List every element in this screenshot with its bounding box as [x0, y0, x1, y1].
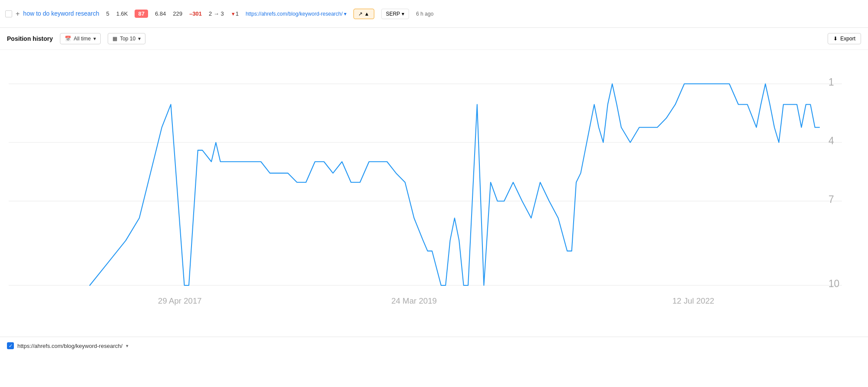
- export-label: Export: [840, 36, 855, 42]
- serp-button[interactable]: SERP ▾: [381, 9, 409, 19]
- metric-traffic: 229: [173, 10, 182, 17]
- chart-container: 1 4 7 10 29 Apr 2017 24 Mar 2019 12 Jul …: [0, 50, 868, 337]
- metric-kd: 87: [135, 10, 148, 18]
- metric-position-change: 2 → 3: [209, 10, 224, 17]
- all-time-chevron-icon: ▾: [93, 36, 96, 42]
- metric-position: 5: [106, 10, 109, 17]
- chart-button[interactable]: ↗ ▲: [353, 9, 374, 19]
- svg-text:29 Apr 2017: 29 Apr 2017: [158, 296, 202, 305]
- serp-chevron-icon: ▾: [402, 11, 404, 17]
- metric-cpc: 6.84: [155, 10, 166, 17]
- metric-volume: 1.6K: [116, 10, 128, 17]
- export-button[interactable]: ⬇ Export: [828, 33, 861, 44]
- svg-text:24 Mar 2019: 24 Mar 2019: [391, 296, 437, 305]
- download-icon: ⬇: [833, 36, 838, 42]
- svg-text:4: 4: [828, 135, 834, 146]
- metric-change: –301: [189, 10, 202, 17]
- down-triangle-icon: ▼: [231, 11, 236, 17]
- top-row-left: + how to do keyword research: [5, 10, 99, 17]
- svg-text:1: 1: [828, 76, 834, 88]
- bottom-row: https://ahrefs.com/blog/keyword-research…: [0, 337, 868, 354]
- all-time-dropdown[interactable]: 📅 All time ▾: [60, 33, 101, 44]
- url-link[interactable]: https://ahrefs.com/blog/keyword-research…: [246, 11, 347, 17]
- svg-text:7: 7: [828, 194, 834, 205]
- url-chevron-icon: ▾: [344, 11, 347, 17]
- top10-chevron-icon: ▾: [138, 36, 141, 42]
- top-row: + how to do keyword research 5 1.6K 87 6…: [0, 0, 868, 28]
- row-checkbox[interactable]: [5, 10, 12, 17]
- keyword-link[interactable]: how to do keyword research: [23, 10, 99, 17]
- top10-dropdown[interactable]: ▦ Top 10 ▾: [108, 33, 145, 44]
- svg-text:10: 10: [828, 278, 839, 289]
- chart-wrapper: 1 4 7 10 29 Apr 2017 24 Mar 2019 12 Jul …: [9, 59, 842, 311]
- serp-label: SERP: [386, 11, 400, 17]
- position-history-title: Position history: [7, 35, 53, 42]
- position-history-chart: 1 4 7 10 29 Apr 2017 24 Mar 2019 12 Jul …: [9, 59, 842, 311]
- url-checkbox[interactable]: [7, 342, 14, 349]
- bottom-url-text: https://ahrefs.com/blog/keyword-research…: [17, 343, 122, 349]
- bottom-url-chevron-icon[interactable]: ▾: [126, 343, 129, 349]
- svg-text:12 Jul 2022: 12 Jul 2022: [672, 296, 714, 305]
- calendar-icon: 📅: [65, 36, 71, 42]
- all-time-label: All time: [74, 36, 91, 42]
- toolbar: Position history 📅 All time ▾ ▦ Top 10 ▾…: [0, 28, 868, 50]
- add-icon[interactable]: +: [16, 10, 20, 18]
- table-icon: ▦: [112, 36, 117, 42]
- time-ago: 6 h ago: [416, 11, 433, 17]
- top10-label: Top 10: [120, 36, 135, 42]
- metric-delta: ▼ 1: [231, 10, 239, 17]
